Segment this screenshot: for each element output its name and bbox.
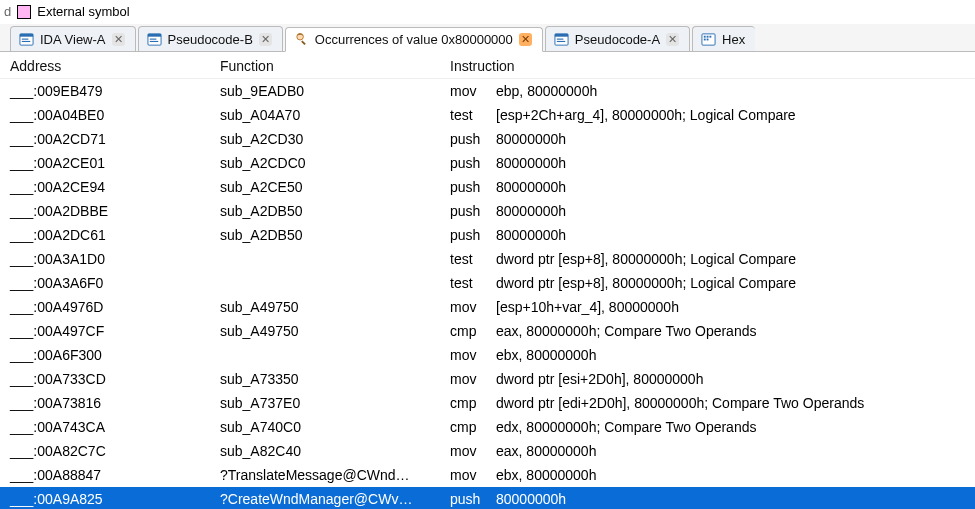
mnemonic: push <box>450 128 496 150</box>
cell-instruction: cmpdword ptr [edi+2D0h], 80000000h; Comp… <box>450 392 965 414</box>
cell-address: :00A4976D <box>10 296 220 318</box>
operands: 80000000h <box>496 176 566 198</box>
segment-underscore-icon <box>10 80 33 102</box>
table-row[interactable]: :00A4976Dsub_A49750mov[esp+10h+var_4], 8… <box>0 295 975 319</box>
tab-ida-view-a[interactable]: IDA View-A✕ <box>10 26 136 51</box>
address-text: :00A497CF <box>33 320 104 342</box>
cell-instruction: cmpeax, 80000000h; Compare Two Operands <box>450 320 965 342</box>
column-headers: Address Function Instruction <box>0 52 975 79</box>
table-row[interactable]: :00A2DC61sub_A2DB50push80000000h <box>0 223 975 247</box>
address-text: :00A3A1D0 <box>33 248 105 270</box>
cell-address: :00A9A825 <box>10 488 220 509</box>
close-icon[interactable]: ✕ <box>259 33 272 46</box>
pc-icon <box>554 32 569 47</box>
operands: dword ptr [esp+8], 80000000h; Logical Co… <box>496 248 796 270</box>
operands: ebp, 80000000h <box>496 80 597 102</box>
table-row[interactable]: :009EB479sub_9EADB0movebp, 80000000h <box>0 79 975 103</box>
cell-address: :00A2CE94 <box>10 176 220 198</box>
svg-rect-9 <box>301 40 306 45</box>
svg-rect-6 <box>149 38 156 39</box>
table-row[interactable]: :00A9A825?CreateWndManager@CWv…push80000… <box>0 487 975 509</box>
table-row[interactable]: :00A73816sub_A737E0cmpdword ptr [edi+2D0… <box>0 391 975 415</box>
cell-instruction: cmpedx, 80000000h; Compare Two Operands <box>450 416 965 438</box>
cell-address: :00A743CA <box>10 416 220 438</box>
table-row[interactable]: :00A2CD71sub_A2CD30push80000000h <box>0 127 975 151</box>
segment-underscore-icon <box>10 104 33 126</box>
svg-rect-12 <box>557 38 564 39</box>
operands: 80000000h <box>496 488 566 509</box>
tab-label: Hex <box>722 32 745 47</box>
operands: dword ptr [esi+2D0h], 80000000h <box>496 368 703 390</box>
tab-pseudocode-a[interactable]: Pseudocode-A✕ <box>545 26 690 51</box>
table-row[interactable]: :00A2CE94sub_A2CE50push80000000h <box>0 175 975 199</box>
table-row[interactable]: :00A6F300movebx, 80000000h <box>0 343 975 367</box>
header-function[interactable]: Function <box>220 58 450 74</box>
operands: edx, 80000000h; Compare Two Operands <box>496 416 756 438</box>
table-row[interactable]: :00A2CE01sub_A2CDC0push80000000h <box>0 151 975 175</box>
cell-function: sub_A2CDC0 <box>220 152 450 174</box>
mnemonic: push <box>450 176 496 198</box>
table-row[interactable]: :00A497CFsub_A49750cmpeax, 80000000h; Co… <box>0 319 975 343</box>
table-row[interactable]: :00A88847?TranslateMessage@CWnd…movebx, … <box>0 463 975 487</box>
close-icon[interactable]: ✕ <box>112 33 125 46</box>
operands: 80000000h <box>496 128 566 150</box>
mnemonic: mov <box>450 80 496 102</box>
mnemonic: push <box>450 200 496 222</box>
address-text: :00A04BE0 <box>33 104 104 126</box>
cell-instruction: mov[esp+10h+var_4], 80000000h <box>450 296 965 318</box>
svg-rect-18 <box>704 38 706 40</box>
tab-pseudocode-b[interactable]: Pseudocode-B✕ <box>138 26 283 51</box>
cell-address: :009EB479 <box>10 80 220 102</box>
hex-icon <box>701 32 716 47</box>
mnemonic: mov <box>450 464 496 486</box>
cell-function: sub_9EADB0 <box>220 80 450 102</box>
close-icon[interactable]: ✕ <box>519 33 532 46</box>
cell-function: sub_A2DB50 <box>220 200 450 222</box>
operands: ebx, 80000000h <box>496 464 596 486</box>
svg-rect-13 <box>557 40 565 41</box>
table-row[interactable]: :00A82C7Csub_A82C40moveax, 80000000h <box>0 439 975 463</box>
cell-instruction: moveax, 80000000h <box>450 440 965 462</box>
cell-instruction: movebx, 80000000h <box>450 464 965 486</box>
segment-underscore-icon <box>10 296 33 318</box>
tab-hex[interactable]: Hex <box>692 26 755 51</box>
cell-instruction: movebx, 80000000h <box>450 344 965 366</box>
mnemonic: push <box>450 488 496 509</box>
operands: 80000000h <box>496 224 566 246</box>
cell-address: :00A82C7C <box>10 440 220 462</box>
table-row[interactable]: :00A733CDsub_A73350movdword ptr [esi+2D0… <box>0 367 975 391</box>
cell-address: :00A3A6F0 <box>10 272 220 294</box>
table-row[interactable]: :00A743CAsub_A740C0cmpedx, 80000000h; Co… <box>0 415 975 439</box>
segment-underscore-icon <box>10 176 33 198</box>
mnemonic: test <box>450 104 496 126</box>
address-text: :00A733CD <box>33 368 105 390</box>
address-text: :00A2DC61 <box>33 224 105 246</box>
cell-function: sub_A73350 <box>220 368 450 390</box>
tab-label: Occurrences of value 0x80000000 <box>315 32 513 47</box>
cell-function: sub_A2CD30 <box>220 128 450 150</box>
address-text: :00A2CD71 <box>33 128 105 150</box>
address-text: :00A4976D <box>33 296 103 318</box>
address-text: :00A2DBBE <box>33 200 108 222</box>
header-instruction[interactable]: Instruction <box>450 58 965 74</box>
cell-instruction: push80000000h <box>450 488 965 509</box>
svg-rect-11 <box>555 33 568 36</box>
tab-label: Pseudocode-A <box>575 32 660 47</box>
legend-swatch-external-symbol <box>17 5 31 19</box>
table-row[interactable]: :00A3A1D0testdword ptr [esp+8], 80000000… <box>0 247 975 271</box>
mnemonic: mov <box>450 344 496 366</box>
mnemonic: cmp <box>450 416 496 438</box>
segment-underscore-icon <box>10 368 33 390</box>
svg-rect-16 <box>707 35 709 37</box>
table-row[interactable]: :00A2DBBEsub_A2DB50push80000000h <box>0 199 975 223</box>
close-icon[interactable]: ✕ <box>666 33 679 46</box>
svg-rect-1 <box>20 33 33 36</box>
cell-function: ?TranslateMessage@CWnd… <box>220 464 450 486</box>
table-row[interactable]: :00A04BE0sub_A04A70test[esp+2Ch+arg_4], … <box>0 103 975 127</box>
segment-underscore-icon <box>10 200 33 222</box>
table-row[interactable]: :00A3A6F0testdword ptr [esp+8], 80000000… <box>0 271 975 295</box>
header-address[interactable]: Address <box>10 58 220 74</box>
tab-occurrences-of-value-0x80000000[interactable]: Occurrences of value 0x80000000✕ <box>285 27 543 52</box>
operands: ebx, 80000000h <box>496 344 596 366</box>
cell-address: :00A2DBBE <box>10 200 220 222</box>
